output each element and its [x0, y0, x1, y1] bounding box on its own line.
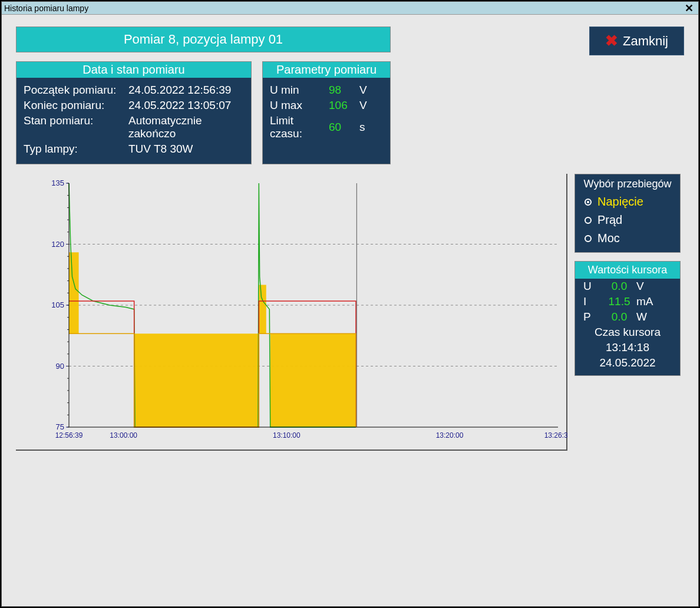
- page-title-banner: Pomiar 8, pozycja lampy 01: [16, 27, 391, 52]
- trace-radio-label: Napięcie: [597, 195, 643, 209]
- svg-text:120: 120: [51, 240, 64, 249]
- trace-radio-napięcie[interactable]: Napięcie: [575, 193, 680, 211]
- date-row-key: Koniec pomiaru:: [24, 99, 128, 112]
- cursor-key: U: [583, 280, 602, 293]
- param-key: U max: [270, 99, 329, 112]
- cursor-values-panel: Wartości kursora U0.0VI11.5mAP0.0W Czas …: [574, 261, 681, 376]
- svg-text:135: 135: [51, 179, 64, 187]
- page-title: Pomiar 8, pozycja lampy 01: [124, 32, 283, 47]
- close-button-label: Zamknij: [623, 34, 668, 49]
- param-row: U max106V: [270, 99, 383, 112]
- svg-text:13:10:00: 13:10:00: [273, 431, 301, 440]
- params-panel-header: Parametry pomiaru: [263, 62, 390, 78]
- date-row: Typ lampy:TUV T8 30W: [24, 143, 244, 156]
- cursor-key: P: [583, 310, 602, 323]
- chart-area[interactable]: 759010512013512:56:3913:00:0013:10:0013:…: [16, 174, 567, 451]
- cursor-values-header: Wartości kursora: [575, 262, 680, 279]
- date-row-value: 24.05.2022 12:56:39: [128, 84, 244, 97]
- date-row-value: TUV T8 30W: [128, 143, 244, 156]
- cursor-unit: V: [636, 280, 660, 293]
- svg-rect-41: [69, 252, 79, 333]
- trace-select-header: Wybór przebiegów: [575, 174, 680, 193]
- svg-text:105: 105: [51, 300, 64, 309]
- cursor-time-label: Czas kursora: [575, 325, 680, 340]
- svg-text:13:20:00: 13:20:00: [436, 431, 464, 440]
- content-area: Pomiar 8, pozycja lampy 01 ✖ Zamknij Dat…: [2, 15, 698, 462]
- date-state-panel: Data i stan pomiaru Początek pomiaru:24.…: [16, 61, 252, 164]
- param-value: 98: [329, 84, 359, 97]
- date-row: Stan pomiaru:Automatycznie zakończo: [24, 114, 244, 140]
- svg-rect-42: [259, 285, 266, 334]
- radio-icon: [585, 235, 592, 242]
- cursor-row: P0.0W: [575, 309, 680, 325]
- param-unit: V: [359, 84, 377, 97]
- close-icon: ✖: [605, 32, 618, 50]
- date-row-value: 24.05.2022 13:05:07: [128, 99, 244, 112]
- svg-text:90: 90: [56, 362, 64, 371]
- cursor-key: I: [583, 295, 602, 308]
- svg-text:13:26:39: 13:26:39: [544, 431, 567, 440]
- title-bar: Historia pomiaru lampy ✕: [2, 2, 698, 15]
- cursor-value: 0.0: [602, 310, 636, 323]
- svg-text:75: 75: [56, 422, 64, 431]
- param-unit: s: [359, 121, 377, 134]
- window-title: Historia pomiaru lampy: [4, 4, 88, 13]
- param-value: 60: [329, 121, 359, 134]
- cursor-row: I11.5mA: [575, 294, 680, 309]
- param-row: Limit czasu:60s: [270, 114, 383, 140]
- svg-text:13:00:00: 13:00:00: [110, 431, 137, 440]
- svg-rect-40: [270, 333, 356, 427]
- window-close-icon[interactable]: ✕: [682, 2, 696, 15]
- radio-icon: [585, 217, 592, 224]
- cursor-value: 0.0: [602, 280, 636, 293]
- param-row: U min98V: [270, 84, 383, 97]
- date-row-key: Stan pomiaru:: [24, 114, 128, 140]
- trace-radio-label: Moc: [597, 232, 620, 245]
- cursor-time-value: 13:14:18: [575, 340, 680, 355]
- cursor-date-value: 24.05.2022: [575, 355, 680, 371]
- params-panel: Parametry pomiaru U min98VU max106VLimit…: [262, 61, 391, 164]
- radio-icon: [585, 199, 592, 206]
- close-button[interactable]: ✖ Zamknij: [589, 27, 684, 55]
- date-row: Koniec pomiaru:24.05.2022 13:05:07: [24, 99, 244, 112]
- trace-select-panel: Wybór przebiegów NapięciePrądMoc: [574, 174, 681, 253]
- svg-rect-39: [134, 333, 258, 427]
- param-key: Limit czasu:: [270, 114, 329, 140]
- cursor-row: U0.0V: [575, 279, 680, 294]
- cursor-unit: mA: [636, 295, 660, 308]
- svg-text:12:56:39: 12:56:39: [55, 431, 83, 440]
- cursor-value: 11.5: [602, 295, 636, 308]
- date-row-key: Początek pomiaru:: [24, 84, 128, 97]
- param-value: 106: [329, 99, 359, 112]
- trace-radio-moc[interactable]: Moc: [575, 229, 680, 247]
- app-window: Historia pomiaru lampy ✕ Pomiar 8, pozyc…: [1, 1, 699, 607]
- trace-radio-prąd[interactable]: Prąd: [575, 211, 680, 229]
- date-state-panel-header: Data i stan pomiaru: [16, 62, 251, 78]
- param-key: U min: [270, 84, 329, 97]
- param-unit: V: [359, 99, 377, 112]
- cursor-unit: W: [636, 310, 660, 323]
- date-row: Początek pomiaru:24.05.2022 12:56:39: [24, 84, 244, 97]
- date-row-value: Automatycznie zakończo: [128, 114, 244, 140]
- date-row-key: Typ lampy:: [24, 143, 128, 156]
- trace-radio-label: Prąd: [597, 213, 622, 227]
